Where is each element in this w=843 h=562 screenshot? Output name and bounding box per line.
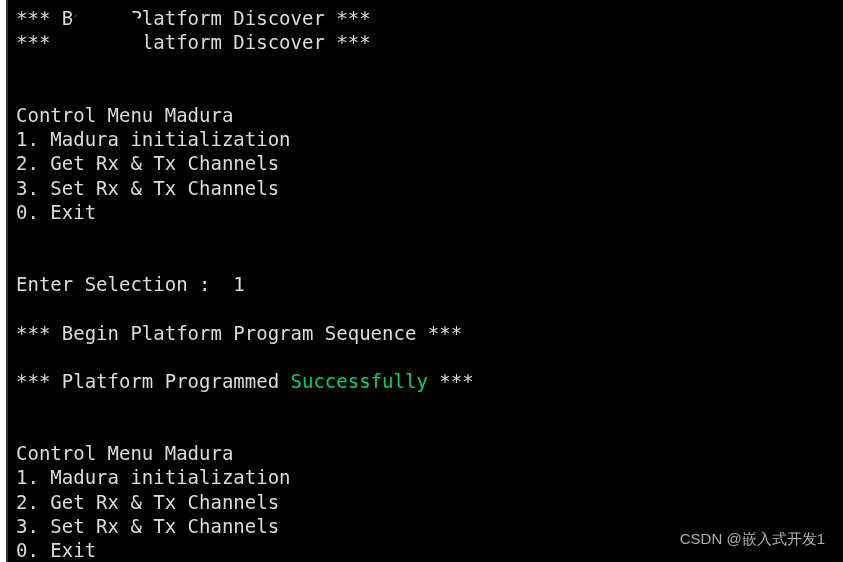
menu-title: Control Menu Madura [16,441,835,465]
menu-item: 1. Madura initialization [16,127,835,151]
blank-line [16,393,835,417]
output-line: *** Platform Programmed Successfully *** [16,369,835,393]
blank-line [16,224,835,248]
blank-line [16,79,835,103]
blank-line [16,345,835,369]
blank-line [16,248,835,272]
menu-item: 2. Get Rx & Tx Channels [16,151,835,175]
watermark-text: CSDN @嵌入式开发1 [680,529,825,548]
output-line: *** Begin Platform Program Sequence *** [16,321,835,345]
redaction-overlay [66,2,146,82]
redaction-overlay [533,482,843,562]
success-text: Successfully [291,370,428,392]
menu-item: 3. Set Rx & Tx Channels [16,176,835,200]
menu-item: 0. Exit [16,200,835,224]
terminal-window: *** Begin Platform Discover *** *** Plat… [6,0,843,562]
text-segment: *** Platform Programmed [16,370,291,392]
blank-line [16,417,835,441]
text-segment: *** [428,370,474,392]
input-prompt[interactable]: Enter Selection : 1 [16,272,835,296]
blank-line [16,297,835,321]
menu-title: Control Menu Madura [16,103,835,127]
